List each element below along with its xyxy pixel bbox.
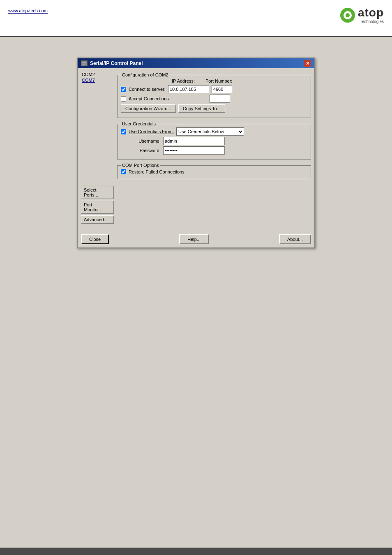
- ip-port-row: IP Address: Port Number:: [121, 79, 307, 83]
- dialog-sidebar: COM2 COM7 Select Ports... Port Monitor..…: [81, 72, 114, 228]
- password-label: Password:: [130, 148, 161, 153]
- close-button[interactable]: Close: [81, 234, 109, 244]
- dialog-icon: [81, 60, 88, 66]
- use-credentials-label: Use Credentials From:: [129, 129, 174, 134]
- accept-connections-label: Accept Connections:: [129, 96, 170, 101]
- connect-server-label: Connect to server:: [129, 87, 166, 92]
- credentials-group: User Credentials Use Credentials From: U…: [117, 124, 311, 160]
- dialog-close-button[interactable]: ✕: [304, 60, 311, 67]
- top-link[interactable]: www.atop-tech.com: [8, 8, 48, 14]
- help-button[interactable]: Help...: [179, 234, 209, 244]
- svg-point-2: [346, 13, 350, 17]
- username-input[interactable]: [163, 137, 225, 145]
- dialog-titlebar: Serial/IP Control Panel ✕: [78, 58, 314, 68]
- password-input[interactable]: [163, 146, 225, 155]
- advanced-button[interactable]: Advanced...: [81, 215, 114, 224]
- dialog-footer: Close Help... About...: [78, 231, 314, 247]
- port-number-input[interactable]: [212, 85, 232, 93]
- top-bar: www.atop-tech.com atop Technologies: [0, 0, 392, 37]
- restore-failed-checkbox[interactable]: [121, 169, 126, 174]
- logo-icon: [339, 7, 356, 24]
- svg-rect-4: [83, 62, 86, 63]
- com-port-list: COM2 COM7: [81, 72, 114, 83]
- username-row: Username:: [121, 137, 307, 145]
- restore-failed-row: Restore Failed Connections: [121, 169, 307, 174]
- config-wizard-button[interactable]: Configuration Wizard...: [121, 104, 176, 113]
- username-label: Username:: [130, 139, 161, 143]
- port-number-label: Port Number:: [205, 79, 232, 83]
- configuration-group: Configuration of COM2 IP Address: Port N…: [117, 75, 311, 118]
- com-port-item-com2[interactable]: COM2: [81, 72, 114, 77]
- ip-address-input[interactable]: [168, 85, 209, 93]
- password-row: Password:: [121, 146, 307, 155]
- about-button[interactable]: About...: [279, 234, 311, 244]
- logo-text: atop: [358, 6, 384, 19]
- use-credentials-checkbox[interactable]: [121, 129, 126, 134]
- accept-connections-row: Accept Connections:: [121, 95, 307, 103]
- accept-port-input[interactable]: [210, 95, 230, 103]
- use-credentials-row: Use Credentials From: Use Credentials Be…: [121, 127, 307, 136]
- dialog-title-left: Serial/IP Control Panel: [81, 60, 143, 66]
- about-button-label: About...: [287, 237, 303, 242]
- serial-ip-dialog: Serial/IP Control Panel ✕ COM2 COM7 Sele…: [77, 58, 315, 248]
- port-monitor-button[interactable]: Port Monitor...: [81, 201, 114, 214]
- com-port-item-com7[interactable]: COM7: [81, 77, 114, 83]
- credentials-dropdown[interactable]: Use Credentials Below Use Windows Creden…: [176, 127, 244, 136]
- credentials-group-title: User Credentials: [121, 121, 157, 126]
- main-content: Serial/IP Control Panel ✕ COM2 COM7 Sele…: [0, 37, 392, 269]
- dialog-title: Serial/IP Control Panel: [90, 60, 143, 66]
- accept-connections-checkbox[interactable]: [121, 96, 126, 102]
- help-button-label: Help...: [187, 237, 201, 242]
- connect-server-row: Connect to server:: [121, 85, 307, 93]
- wizard-btn-row: Configuration Wizard... Copy Settings To…: [121, 104, 307, 113]
- sidebar-buttons: Select Ports... Port Monitor... Advanced…: [81, 186, 114, 224]
- dialog-body: COM2 COM7 Select Ports... Port Monitor..…: [78, 68, 314, 231]
- bottom-bar: [0, 548, 392, 555]
- ip-address-label: IP Address:: [172, 79, 201, 83]
- close-button-label: Close: [89, 237, 101, 242]
- copy-settings-button[interactable]: Copy Settings To...: [178, 104, 225, 113]
- logo-sub: Technologies: [358, 19, 384, 24]
- select-ports-button[interactable]: Select Ports...: [81, 186, 114, 199]
- svg-rect-5: [83, 64, 85, 65]
- config-group-title: Configuration of COM2: [121, 72, 170, 77]
- logo-area: atop Technologies: [339, 6, 384, 24]
- dialog-main-panel: Configuration of COM2 IP Address: Port N…: [117, 72, 311, 228]
- com-port-options-group: COM Port Options Restore Failed Connecti…: [117, 165, 311, 179]
- connect-server-checkbox[interactable]: [121, 87, 126, 92]
- restore-failed-label: Restore Failed Connections: [129, 169, 184, 174]
- com-port-options-title: COM Port Options: [121, 163, 160, 168]
